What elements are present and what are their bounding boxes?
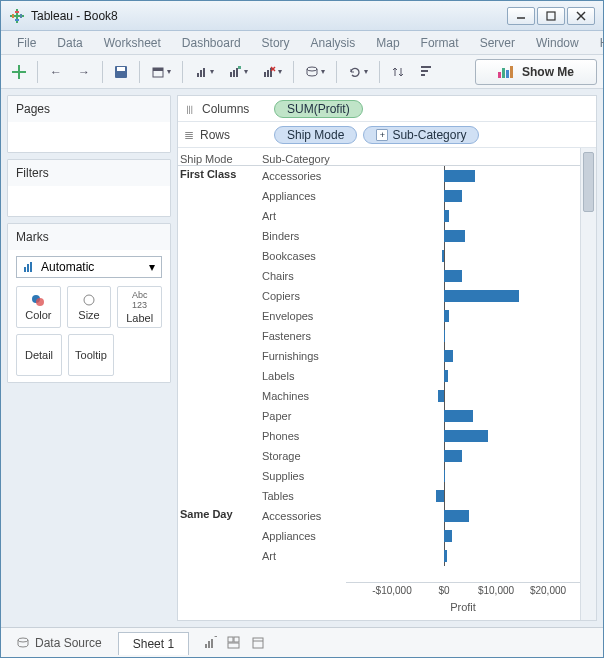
bar-row [346, 266, 580, 286]
bar-row [346, 306, 580, 326]
rows-pill-ship-mode[interactable]: Ship Mode [274, 126, 357, 144]
bar[interactable] [444, 410, 473, 422]
bar-row [346, 166, 580, 186]
columns-shelf[interactable]: ⫼Columns SUM(Profit) [178, 96, 596, 122]
marks-size-button[interactable]: Size [67, 286, 112, 328]
marks-card: Marks Automatic ▾ Color Size Abc123Label… [7, 223, 171, 383]
bar[interactable] [444, 310, 449, 322]
bar[interactable] [444, 430, 488, 442]
bar[interactable] [442, 250, 444, 262]
bar[interactable] [444, 370, 448, 382]
tableau-logo-button[interactable] [7, 60, 31, 84]
x-tick: $20,000 [530, 585, 566, 596]
menu-file[interactable]: File [7, 33, 46, 53]
rows-pill-sub-category[interactable]: +Sub-Category [363, 126, 479, 144]
menu-help[interactable]: Help [590, 33, 604, 53]
marks-tooltip-button[interactable]: Tooltip [68, 334, 114, 376]
bar[interactable] [444, 550, 447, 562]
bar[interactable] [444, 170, 475, 182]
back-button[interactable]: ← [44, 60, 68, 84]
bar[interactable] [444, 290, 519, 302]
vertical-scrollbar[interactable] [580, 148, 596, 620]
chart-view[interactable]: Ship Mode Sub-Category First ClassAccess… [178, 148, 580, 620]
bar[interactable] [444, 190, 462, 202]
rows-shelf[interactable]: ≣Rows Ship Mode +Sub-Category [178, 122, 596, 148]
svg-rect-33 [502, 68, 505, 78]
marks-label-button[interactable]: Abc123Label [117, 286, 162, 328]
row-group: First ClassAccessoriesAppliancesArtBinde… [178, 166, 580, 506]
menu-worksheet[interactable]: Worksheet [94, 33, 171, 53]
header-ship-mode: Ship Mode [178, 153, 260, 165]
pages-title: Pages [8, 96, 170, 122]
bar[interactable] [444, 450, 462, 462]
toolbar: ← → Show Me [1, 55, 603, 89]
menu-dashboard[interactable]: Dashboard [172, 33, 251, 53]
svg-rect-7 [547, 12, 555, 20]
new-story-icon[interactable] [251, 636, 265, 650]
forward-button[interactable]: → [72, 60, 96, 84]
ship-mode-label: First Class [178, 166, 260, 506]
sheet-tab[interactable]: Sheet 1 [118, 632, 189, 655]
menu-window[interactable]: Window [526, 33, 589, 53]
marks-detail-button[interactable]: Detail [16, 334, 62, 376]
menu-analysis[interactable]: Analysis [301, 33, 366, 53]
minimize-button[interactable] [507, 7, 535, 25]
sub-category-label: Fasteners [260, 326, 346, 346]
menu-story[interactable]: Story [252, 33, 300, 53]
bar[interactable] [444, 350, 453, 362]
svg-rect-5 [20, 14, 22, 18]
menu-format[interactable]: Format [411, 33, 469, 53]
data-source-tab[interactable]: Data Source [9, 634, 110, 652]
bar[interactable] [444, 210, 449, 222]
new-data-source-button[interactable] [146, 60, 176, 84]
new-dashboard-icon[interactable] [227, 636, 241, 650]
ship-mode-label: Same Day [178, 506, 260, 566]
svg-rect-4 [12, 14, 14, 18]
bar-row [346, 346, 580, 366]
row-group: Same DayAccessoriesAppliancesArt [178, 506, 580, 566]
bar[interactable] [444, 230, 465, 242]
close-button[interactable] [567, 7, 595, 25]
bar[interactable] [436, 490, 444, 502]
svg-rect-34 [506, 70, 509, 78]
menu-map[interactable]: Map [366, 33, 409, 53]
refresh-button[interactable] [343, 60, 373, 84]
new-worksheet-icon[interactable]: + [203, 636, 217, 650]
marks-type-dropdown[interactable]: Automatic ▾ [16, 256, 162, 278]
svg-rect-37 [27, 264, 29, 272]
show-me-button[interactable]: Show Me [475, 59, 597, 85]
sub-category-label: Paper [260, 406, 346, 426]
duplicate-sheet-button[interactable] [223, 60, 253, 84]
sub-category-label: Copiers [260, 286, 346, 306]
pages-shelf[interactable]: Pages [7, 95, 171, 153]
svg-rect-20 [233, 70, 235, 77]
save-button[interactable] [109, 60, 133, 84]
clear-sheet-button[interactable] [257, 60, 287, 84]
svg-rect-36 [24, 267, 26, 272]
bar[interactable] [438, 390, 444, 402]
svg-rect-11 [12, 71, 26, 73]
bar[interactable] [444, 530, 452, 542]
scrollbar-thumb[interactable] [583, 152, 594, 212]
sort-asc-button[interactable] [414, 60, 438, 84]
svg-rect-48 [234, 637, 239, 642]
sub-category-label: Labels [260, 366, 346, 386]
maximize-button[interactable] [537, 7, 565, 25]
bar[interactable] [444, 270, 462, 282]
swap-button[interactable] [386, 60, 410, 84]
bar[interactable] [444, 330, 445, 342]
svg-rect-18 [203, 68, 205, 77]
connect-data-button[interactable] [300, 60, 330, 84]
menu-server[interactable]: Server [470, 33, 525, 53]
columns-pill-sum-profit[interactable]: SUM(Profit) [274, 100, 363, 118]
bar[interactable] [444, 510, 469, 522]
filters-shelf[interactable]: Filters [7, 159, 171, 217]
sub-category-label: Phones [260, 426, 346, 446]
new-worksheet-button[interactable] [189, 60, 219, 84]
bar[interactable] [444, 470, 445, 482]
marks-color-button[interactable]: Color [16, 286, 61, 328]
expand-icon[interactable]: + [376, 129, 388, 141]
menu-data[interactable]: Data [47, 33, 92, 53]
svg-rect-29 [421, 74, 425, 76]
svg-rect-21 [236, 68, 238, 77]
